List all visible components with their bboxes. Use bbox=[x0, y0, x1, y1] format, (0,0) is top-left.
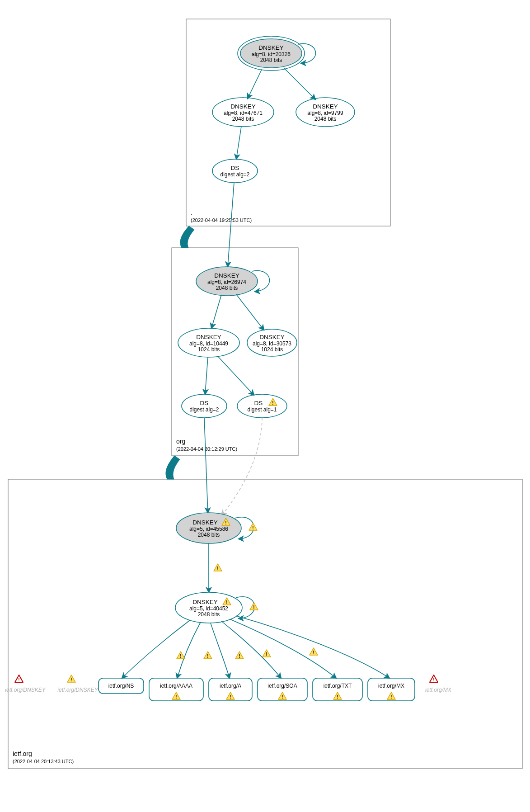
node-root-ksk: DNSKEY alg=8, id=20326 2048 bits bbox=[238, 36, 305, 71]
zone-label-root: . bbox=[191, 209, 192, 216]
warning-icon bbox=[310, 648, 318, 655]
zone-arrow-org-to-ietf bbox=[166, 456, 180, 479]
warning-icon bbox=[250, 603, 258, 610]
svg-text:digest alg=2: digest alg=2 bbox=[220, 171, 249, 178]
svg-text:alg=5, id=45586: alg=5, id=45586 bbox=[189, 526, 228, 532]
faded-label-mx-err: ietf.org/MX bbox=[425, 687, 452, 693]
svg-text:2048 bits: 2048 bits bbox=[314, 116, 337, 122]
node-root-zsk-47671: DNSKEY alg=8, id=47671 2048 bits bbox=[212, 98, 274, 127]
edge-zsk-to-soa bbox=[221, 621, 281, 678]
warning-icon bbox=[67, 675, 75, 682]
zone-timestamp-org: (2022-04-04 20:12:29 UTC) bbox=[176, 446, 237, 452]
edge-root-ksk-to-zsk2 bbox=[284, 68, 315, 99]
zone-timestamp-ietf: (2022-04-04 20:13:43 UTC) bbox=[13, 759, 74, 764]
svg-text:DNSKEY: DNSKEY bbox=[258, 44, 284, 51]
svg-text:alg=8, id=47671: alg=8, id=47671 bbox=[224, 110, 263, 116]
edge-org-ds1-to-ietf-ksk bbox=[221, 418, 262, 515]
svg-text:ietf.org/A: ietf.org/A bbox=[220, 683, 241, 689]
zone-box-ietf bbox=[8, 479, 522, 769]
svg-text:alg=8, id=9799: alg=8, id=9799 bbox=[307, 110, 343, 116]
edge-root-zsk1-to-ds bbox=[236, 127, 241, 159]
svg-text:alg=8, id=10449: alg=8, id=10449 bbox=[189, 340, 228, 347]
edge-zsk-to-a bbox=[211, 623, 230, 678]
svg-text:2048 bits: 2048 bits bbox=[198, 611, 220, 618]
node-org-ds-alg1: DS digest alg=1 bbox=[237, 394, 287, 418]
svg-text:1024 bits: 1024 bits bbox=[198, 346, 220, 353]
svg-text:alg=8, id=30573: alg=8, id=30573 bbox=[253, 340, 291, 347]
node-ietf-ksk: DNSKEY alg=5, id=45586 2048 bits bbox=[176, 513, 241, 543]
svg-text:ietf.org/SOA: ietf.org/SOA bbox=[267, 683, 297, 689]
warning-icon bbox=[177, 651, 185, 659]
node-org-ds-alg2: DS digest alg=2 bbox=[182, 394, 227, 418]
svg-text:DNSKEY: DNSKEY bbox=[259, 334, 285, 340]
svg-text:DNSKEY: DNSKEY bbox=[192, 519, 218, 526]
node-org-ksk: DNSKEY alg=8, id=26974 2048 bits bbox=[196, 267, 258, 296]
zone-arrow-root-to-org bbox=[180, 226, 194, 248]
edge-org-ds2-to-ietf-ksk bbox=[204, 418, 208, 513]
svg-text:alg=8, id=26974: alg=8, id=26974 bbox=[207, 279, 246, 285]
svg-text:DNSKEY: DNSKEY bbox=[196, 334, 221, 340]
edge-root-ksk-to-zsk1 bbox=[248, 69, 262, 99]
svg-text:alg=5, id=40452: alg=5, id=40452 bbox=[189, 605, 228, 612]
svg-text:DNSKEY: DNSKEY bbox=[214, 272, 239, 279]
svg-text:2048 bits: 2048 bits bbox=[198, 532, 220, 538]
svg-text:DS: DS bbox=[254, 400, 263, 406]
edge-zsk-to-aaaa bbox=[177, 622, 201, 678]
edge-rootds-to-org-ksk bbox=[228, 183, 234, 267]
node-root-zsk-9799: DNSKEY alg=8, id=9799 2048 bits bbox=[296, 98, 355, 127]
svg-text:2048 bits: 2048 bits bbox=[216, 285, 238, 291]
edge-zsk-to-mx bbox=[236, 616, 389, 678]
svg-text:DNSKEY: DNSKEY bbox=[192, 599, 218, 605]
svg-text:ietf.org/NS: ietf.org/NS bbox=[108, 683, 134, 689]
warning-icon bbox=[249, 523, 257, 530]
warning-icon bbox=[235, 651, 244, 659]
svg-text:1024 bits: 1024 bits bbox=[261, 346, 283, 353]
node-org-zsk-30573: DNSKEY alg=8, id=30573 1024 bits bbox=[247, 329, 297, 356]
svg-text:digest alg=2: digest alg=2 bbox=[189, 406, 219, 413]
svg-text:2048 bits: 2048 bits bbox=[232, 116, 254, 122]
dnssec-graph: ! ! . (2022-04-04 19:25:53 UTC) org (202… bbox=[0, 0, 530, 812]
zone-label-org: org bbox=[176, 438, 185, 445]
error-icon bbox=[15, 675, 23, 682]
rr-box-ns: ietf.org/NS bbox=[98, 678, 144, 694]
svg-text:alg=8, id=20326: alg=8, id=20326 bbox=[252, 51, 291, 57]
svg-text:ietf.org/TXT: ietf.org/TXT bbox=[324, 683, 352, 689]
edge-org-zsk1-to-ds1 bbox=[218, 356, 254, 395]
edge-org-zsk1-to-ds2 bbox=[205, 357, 208, 394]
edge-zsk-to-txt bbox=[230, 619, 336, 678]
node-root-ds: DS digest alg=2 bbox=[212, 159, 258, 183]
svg-text:DNSKEY: DNSKEY bbox=[313, 103, 338, 110]
edge-org-ksk-to-zsk1 bbox=[211, 295, 221, 328]
svg-text:digest alg=1: digest alg=1 bbox=[247, 406, 277, 413]
svg-text:DNSKEY: DNSKEY bbox=[230, 103, 256, 110]
edge-org-ksk-to-zsk2 bbox=[236, 294, 264, 330]
warning-icon bbox=[204, 651, 212, 659]
svg-text:DS: DS bbox=[200, 400, 209, 406]
svg-text:DS: DS bbox=[231, 165, 239, 171]
svg-text:2048 bits: 2048 bits bbox=[260, 57, 282, 63]
zone-label-ietf: ietf.org bbox=[13, 750, 32, 757]
svg-text:ietf.org/AAAA: ietf.org/AAAA bbox=[160, 683, 192, 689]
warning-icon bbox=[263, 650, 271, 657]
faded-label-dnskey-warn: ietf.org/DNSKEY bbox=[57, 687, 98, 693]
svg-text:ietf.org/MX: ietf.org/MX bbox=[378, 683, 404, 689]
node-ietf-zsk: DNSKEY alg=5, id=40452 2048 bits bbox=[175, 592, 242, 623]
error-icon bbox=[430, 675, 438, 682]
faded-label-dnskey-err: ietf.org/DNSKEY bbox=[5, 687, 46, 693]
node-org-zsk-10449: DNSKEY alg=8, id=10449 1024 bits bbox=[178, 328, 239, 357]
warning-icon bbox=[214, 564, 222, 571]
zone-timestamp-root: (2022-04-04 19:25:53 UTC) bbox=[191, 217, 252, 223]
